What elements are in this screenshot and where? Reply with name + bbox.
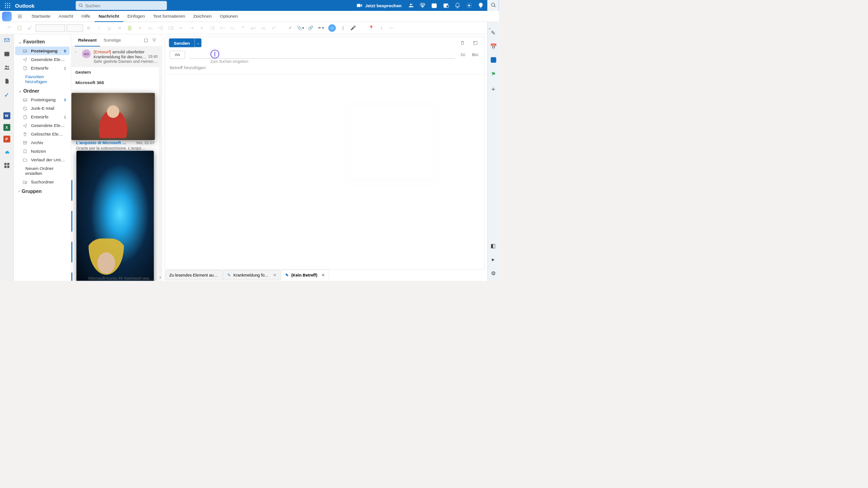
tab-focused[interactable]: Relevant xyxy=(75,34,100,46)
rail-add-icon[interactable]: + xyxy=(491,85,495,93)
folders-header[interactable]: ⌄Ordner xyxy=(15,86,70,95)
send-dropdown-icon[interactable]: ⌄ xyxy=(195,38,202,47)
underline-icon[interactable]: U xyxy=(105,23,114,33)
more-icon[interactable]: ⋯ xyxy=(387,23,396,33)
settings-icon[interactable] xyxy=(463,0,475,11)
rail-flag-icon[interactable]: ⚑ xyxy=(490,70,497,78)
select-mode-icon[interactable] xyxy=(142,38,150,43)
numbering-icon[interactable]: 1☰ xyxy=(166,23,175,33)
rail-gear-icon[interactable]: ⚙ xyxy=(490,269,497,277)
teams-icon[interactable] xyxy=(405,0,417,11)
case-icon[interactable]: aA xyxy=(249,23,258,33)
rail-outlook-icon[interactable] xyxy=(490,56,497,64)
tab-format-text[interactable]: Text formatieren xyxy=(149,11,189,22)
filter-icon[interactable] xyxy=(150,38,158,43)
rail-onedrive-icon[interactable] xyxy=(2,147,11,156)
diamond-icon[interactable] xyxy=(417,0,429,11)
rail-word-icon[interactable]: W xyxy=(3,113,10,119)
format-painter-icon[interactable]: 🖌 xyxy=(25,23,34,33)
clear-format-icon[interactable]: Aᵪ xyxy=(146,23,155,33)
search-input[interactable] xyxy=(85,3,164,8)
tab-message[interactable]: Nachricht xyxy=(94,11,123,22)
to-field[interactable]: Zum Suchen eingeben xyxy=(189,51,455,59)
close-tab-icon[interactable]: ✕ xyxy=(273,272,277,277)
to-button[interactable]: An xyxy=(170,51,185,59)
folder-notes[interactable]: Notizen xyxy=(15,147,70,155)
subject-input[interactable] xyxy=(170,65,480,70)
bold-icon[interactable]: B xyxy=(84,23,93,33)
rail-excel-icon[interactable]: X xyxy=(3,124,10,131)
bottom-tab-draft1[interactable]: ✎Krankmeldung für …✕ xyxy=(223,270,281,280)
quote-icon[interactable]: ❝ xyxy=(239,23,248,33)
tab-home[interactable]: Startseite xyxy=(28,11,55,22)
calendar-day-icon[interactable] xyxy=(429,0,440,11)
my-day-icon[interactable] xyxy=(440,0,452,11)
folder-sent[interactable]: Gesendete Elemente xyxy=(15,121,70,130)
folder-conversation-history[interactable]: Verlauf der Unterhalt… xyxy=(15,155,70,164)
message-item[interactable]: › AO [Entwurf] arnold oberleiter Krankme… xyxy=(71,47,162,67)
discard-icon[interactable] xyxy=(457,40,467,45)
rail-panel-icon[interactable]: ◧ xyxy=(490,242,497,249)
rail-mail-icon[interactable] xyxy=(2,36,11,45)
rail-files-icon[interactable] xyxy=(2,77,11,86)
folder-deleted[interactable]: Gelöschte Elemente xyxy=(15,130,70,138)
dec-font-icon[interactable]: A↓ xyxy=(228,23,237,33)
folder-drafts[interactable]: Entwürfe1 xyxy=(15,113,70,121)
meet-now-button[interactable]: Jetzt besprechen xyxy=(356,2,401,9)
nav-toggle-icon[interactable] xyxy=(15,14,24,19)
folder-archive[interactable]: Archiv xyxy=(15,138,70,147)
folder-drafts-fav[interactable]: Entwürfe 1 xyxy=(15,64,70,72)
search-box[interactable] xyxy=(75,1,167,10)
folder-inbox-fav[interactable]: Posteingang 9 xyxy=(15,47,70,55)
copilot-chip-icon[interactable] xyxy=(2,11,12,21)
tab-help[interactable]: Hilfe xyxy=(77,11,94,22)
strike-icon[interactable]: S xyxy=(115,23,124,33)
attach-icon[interactable]: 📎▾ xyxy=(296,23,305,33)
tab-options[interactable]: Optionen xyxy=(216,11,242,22)
close-tab-icon[interactable]: ✕ xyxy=(321,272,325,277)
indent-icon[interactable]: ⇥ xyxy=(187,23,196,33)
bcc-button[interactable]: Bcc xyxy=(471,53,480,57)
favorites-header[interactable]: ⌄Favoriten xyxy=(15,37,70,47)
notifications-icon[interactable] xyxy=(452,0,463,11)
bullets-icon[interactable]: •☰ xyxy=(156,23,165,33)
video-pip-webcam[interactable] xyxy=(71,93,155,140)
send-button[interactable]: Senden ⌄ xyxy=(169,38,202,47)
outdent-icon[interactable]: ⇤ xyxy=(177,23,186,33)
folder-junk[interactable]: Junk-E-Mail xyxy=(15,104,70,113)
font-family-input[interactable] xyxy=(36,24,65,32)
rail-todo-icon[interactable]: ✓ xyxy=(2,90,11,99)
app-launcher-icon[interactable] xyxy=(2,0,13,11)
tab-draw[interactable]: Zeichnen xyxy=(189,11,216,22)
pin-icon[interactable]: 📍 xyxy=(367,23,376,33)
message-list-body[interactable]: ▾ › AO [Entwurf] arnold oberleiter Krank… xyxy=(71,47,162,281)
groups-header[interactable]: ›Gruppen xyxy=(15,186,70,196)
download-icon[interactable]: ↓ xyxy=(377,23,386,33)
tab-other[interactable]: Sonstige xyxy=(100,34,124,46)
editor-icon[interactable]: ✓ xyxy=(286,23,295,33)
folder-search-folders[interactable]: Suchordner xyxy=(15,178,70,186)
tab-view[interactable]: Ansicht xyxy=(54,11,77,22)
font-size-input[interactable] xyxy=(66,24,83,32)
bottom-tab-reading[interactable]: Zu lesendes Element ausw… xyxy=(165,270,223,280)
add-favorite-link[interactable]: Favoriten hinzufügen xyxy=(15,72,70,86)
subscript-icon[interactable]: x₂ xyxy=(259,23,268,33)
highlight-icon[interactable]: ▇ xyxy=(125,23,134,33)
rail-apps-icon[interactable] xyxy=(2,161,11,170)
rail-search-icon[interactable] xyxy=(490,1,497,9)
copilot-toolbar-icon[interactable] xyxy=(327,23,337,33)
line-spacing-icon[interactable]: ↕☰ xyxy=(208,23,217,33)
rail-calendar-icon[interactable]: 📅 xyxy=(490,42,497,50)
rail-collapse-icon[interactable]: ▸ xyxy=(490,255,497,263)
ribbon-expand-icon[interactable]: ⌄ xyxy=(485,23,494,33)
new-folder-link[interactable]: Neuen Ordner erstellen xyxy=(15,164,70,178)
popout-icon[interactable] xyxy=(470,40,481,45)
bottom-tab-draft2[interactable]: ✎(Kein Betreff)✕ xyxy=(281,270,330,280)
font-color-icon[interactable]: A xyxy=(136,23,145,33)
paste-icon[interactable]: 📋 xyxy=(15,23,24,33)
tab-insert[interactable]: Einfügen xyxy=(123,11,149,22)
folder-sent-fav[interactable]: Gesendete Elemente xyxy=(15,55,70,64)
contact-suggestions-popup[interactable] xyxy=(352,106,433,178)
undo-icon[interactable]: ↶ xyxy=(5,23,14,33)
signature-icon[interactable]: ✒▾ xyxy=(316,23,326,33)
